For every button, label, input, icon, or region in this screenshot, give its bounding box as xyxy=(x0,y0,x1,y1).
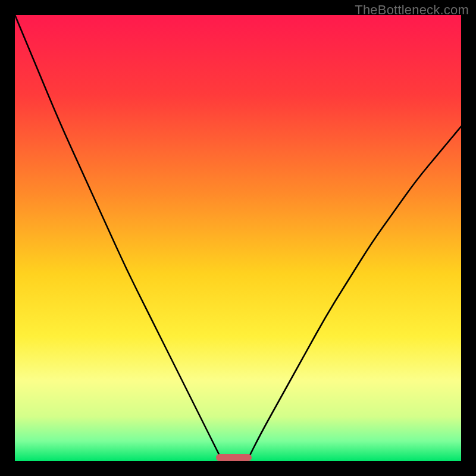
curve-right xyxy=(247,127,461,462)
outer-frame: TheBottleneck.com xyxy=(0,0,476,476)
curve-left xyxy=(15,15,223,461)
curves-layer xyxy=(15,15,461,461)
bottleneck-marker xyxy=(216,454,252,461)
plot-area xyxy=(15,15,461,461)
